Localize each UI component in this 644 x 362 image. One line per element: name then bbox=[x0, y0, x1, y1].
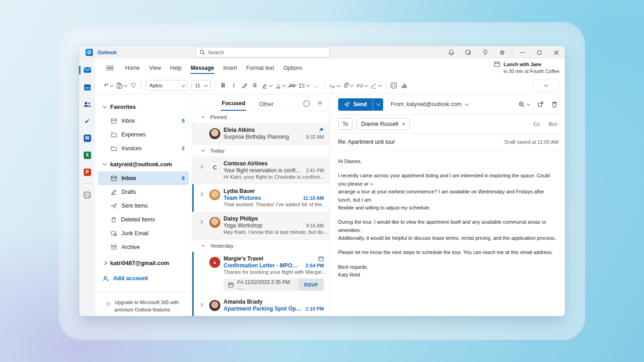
message-row-margie[interactable]: ▲ Margie's Travel Confirmation Letter - … bbox=[192, 252, 329, 295]
font-size-select[interactable]: 11 bbox=[191, 80, 211, 91]
minimize-button[interactable] bbox=[514, 46, 531, 59]
editor-button[interactable]: A bbox=[328, 79, 341, 91]
message-row-amanda[interactable]: Amanda Brady Apartment Parking Spot Open… bbox=[192, 295, 329, 316]
folder-favorites-inbox[interactable]: Inbox 9 bbox=[98, 114, 189, 128]
clear-formatting-button[interactable]: Ab bbox=[287, 79, 297, 91]
zoom-button[interactable] bbox=[518, 101, 530, 107]
my-day-button[interactable] bbox=[460, 46, 477, 59]
undo-button[interactable]: ↶ bbox=[103, 79, 115, 91]
from-selector[interactable]: From: katyreid@outlook.com bbox=[391, 101, 468, 107]
folder-inbox-selected[interactable]: Inbox 9 bbox=[98, 171, 189, 185]
to-button[interactable]: To bbox=[338, 118, 352, 130]
tab-format-text[interactable]: Format text bbox=[242, 62, 278, 74]
italic-button[interactable]: I bbox=[229, 79, 239, 91]
people-icon bbox=[83, 101, 92, 107]
message-row-contoso[interactable]: C Contoso Airlines Your flight reservati… bbox=[192, 157, 329, 184]
search-box[interactable] bbox=[196, 47, 330, 57]
message-row-daisy[interactable]: Daisy Philips Yoga Workshop 9:16 AM Hey … bbox=[192, 212, 329, 239]
favorites-header[interactable]: Favorites bbox=[95, 100, 192, 114]
rail-powerpoint-button[interactable]: P bbox=[79, 164, 95, 181]
tab-home[interactable]: Home bbox=[121, 62, 144, 74]
filter-icon[interactable] bbox=[317, 101, 323, 106]
rsvp-button[interactable]: RSVP bbox=[298, 278, 324, 291]
maximize-icon bbox=[537, 51, 541, 55]
rail-todo-button[interactable]: ✔ bbox=[79, 113, 95, 130]
rail-mail-button[interactable] bbox=[79, 62, 95, 79]
remove-recipient-button[interactable]: × bbox=[402, 121, 405, 127]
folder-drafts[interactable]: Drafts bbox=[98, 185, 189, 199]
folder-archive[interactable]: Archive bbox=[98, 240, 189, 254]
subject-field[interactable]: Re: Apartment unit tour bbox=[338, 139, 395, 145]
paste-button[interactable] bbox=[115, 79, 128, 91]
tab-focused[interactable]: Focused bbox=[221, 96, 246, 111]
tab-view[interactable]: View bbox=[145, 62, 165, 74]
signature-button[interactable] bbox=[369, 79, 383, 91]
settings-gear-button[interactable]: ⚙ bbox=[494, 46, 511, 59]
cc-button[interactable]: Cc bbox=[534, 121, 540, 127]
group-header-yesterday[interactable]: Yesterday bbox=[192, 239, 329, 252]
select-messages-icon[interactable] bbox=[304, 101, 310, 107]
line-spacing-button[interactable] bbox=[298, 79, 311, 91]
message-body-editor[interactable]: Hi Dianne, I recently came across your a… bbox=[330, 151, 565, 316]
message-row-elvia[interactable]: Elvia Atkins Surprise Birthday Planning … bbox=[192, 123, 329, 144]
add-account-button[interactable]: Add account bbox=[95, 270, 192, 287]
hamburger-menu-button[interactable] bbox=[106, 66, 114, 70]
insert-link-button[interactable] bbox=[355, 79, 369, 91]
expand-thread-icon[interactable] bbox=[200, 188, 206, 208]
recipient-chip[interactable]: Dianne Russell × bbox=[356, 118, 410, 130]
bold-button[interactable]: B bbox=[218, 79, 228, 91]
expand-thread-icon[interactable] bbox=[200, 215, 206, 235]
meeting-rsvp-row[interactable]: Fri 11/22/2023 2:35 PM -... RSVP bbox=[224, 278, 324, 291]
close-button[interactable] bbox=[548, 46, 565, 59]
send-button[interactable]: Send bbox=[338, 98, 373, 111]
more-formatting-button[interactable]: … bbox=[311, 79, 322, 91]
upgrade-promo[interactable]: ◇ Upgrade to Microsoft 365 with premium … bbox=[95, 299, 192, 314]
open-in-new-window-button[interactable] bbox=[537, 101, 544, 107]
folder-invoices[interactable]: Invoices 2 bbox=[98, 141, 189, 155]
attach-file-button[interactable] bbox=[341, 79, 355, 91]
tab-help[interactable]: Help bbox=[166, 62, 186, 74]
account-header-gmail[interactable]: katri0487@gmail.com bbox=[95, 256, 192, 270]
format-painter-icon bbox=[131, 83, 136, 89]
expand-thread-icon[interactable] bbox=[200, 160, 206, 180]
group-header-today[interactable]: Today bbox=[192, 144, 329, 157]
minimize-icon bbox=[520, 52, 525, 53]
search-input[interactable] bbox=[208, 50, 326, 55]
rail-people-button[interactable] bbox=[79, 96, 95, 113]
discard-draft-button[interactable] bbox=[552, 101, 558, 107]
avatar bbox=[209, 300, 220, 311]
folder-sent-items[interactable]: Sent Items bbox=[98, 199, 189, 213]
strikethrough-button[interactable]: S bbox=[250, 79, 260, 91]
rail-more-apps-button[interactable] bbox=[79, 187, 95, 204]
font-color-button[interactable]: A bbox=[274, 79, 287, 91]
folder-junk-email[interactable]: Junk Email bbox=[98, 226, 189, 240]
rail-excel-button[interactable]: X bbox=[79, 147, 95, 164]
tab-options[interactable]: Options bbox=[279, 62, 306, 74]
notifications-button[interactable] bbox=[443, 46, 460, 59]
rail-calendar-button[interactable] bbox=[79, 79, 95, 96]
chevron-down-icon bbox=[201, 148, 205, 152]
folder-deleted-items[interactable]: Deleted Items bbox=[98, 213, 189, 226]
calendar-reminder[interactable]: Lunch with Jane in 30 min at Fourth Coff… bbox=[494, 61, 559, 74]
apps-button[interactable] bbox=[389, 79, 399, 91]
expand-thread-icon[interactable] bbox=[200, 299, 206, 312]
group-header-pinned[interactable]: Pinned bbox=[192, 111, 329, 123]
maximize-button[interactable] bbox=[531, 46, 548, 59]
bcc-button[interactable]: Bcc bbox=[549, 121, 558, 127]
tab-message[interactable]: Message bbox=[187, 62, 218, 74]
highlight-button[interactable] bbox=[260, 79, 274, 91]
font-name-select[interactable]: Aptos bbox=[146, 80, 188, 91]
send-options-button[interactable] bbox=[373, 98, 383, 111]
message-row-lydia[interactable]: Lydia Bauer Team Pictures 11:10 AM That … bbox=[192, 184, 329, 212]
tab-other[interactable]: Other bbox=[258, 97, 274, 111]
tips-bulb-button[interactable] bbox=[477, 46, 494, 59]
ribbon-expand-button[interactable] bbox=[533, 79, 559, 91]
pen-button[interactable] bbox=[239, 79, 249, 91]
chevron-down-icon bbox=[465, 102, 469, 106]
tab-insert[interactable]: Insert bbox=[219, 62, 241, 74]
folder-expenses[interactable]: Expenses bbox=[98, 128, 189, 141]
chart-button[interactable] bbox=[399, 79, 409, 91]
rail-word-button[interactable]: W bbox=[79, 130, 95, 147]
account-header-outlook[interactable]: katyreid@outlook.com bbox=[95, 157, 192, 171]
format-painter-button[interactable] bbox=[128, 79, 138, 91]
